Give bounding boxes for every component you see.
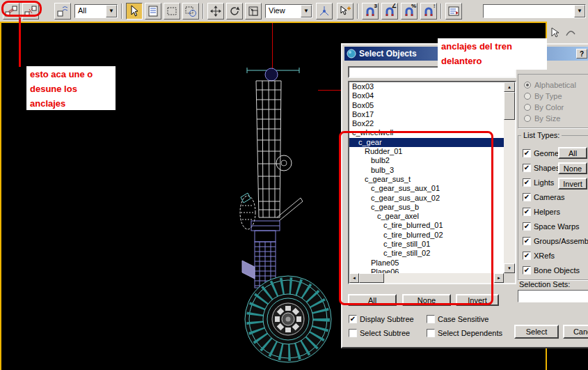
list-type-label: Space Warps [534,222,580,231]
scroll-up-button[interactable]: ▲ [504,82,515,92]
object-list-item[interactable]: bulb_3 [349,166,504,175]
invert-selection-button[interactable]: Invert [456,294,499,306]
sort-option[interactable]: By Color [524,102,588,113]
chevron-down-icon[interactable]: ▼ [574,5,585,17]
select-object-button[interactable] [126,3,143,20]
move-icon [209,5,222,17]
reference-coordinate-dropdown[interactable]: View ▼ [265,4,312,18]
object-list-item[interactable]: c_tire_still_01 [349,240,504,249]
checkbox-icon[interactable]: ✔ [523,222,531,231]
selection-sets-label: Selection Sets: [519,280,570,288]
dialog-checkbox[interactable]: Select Subtree [349,327,427,338]
horizontal-scroll-thumb[interactable] [359,273,384,283]
landing-gear-model [230,61,341,370]
checkbox-icon[interactable]: ✔ [349,315,357,323]
select-and-move-button[interactable] [207,3,224,20]
sort-option[interactable]: By Type [524,91,588,102]
unlink-selection-button[interactable] [22,3,39,20]
percent-snap-button[interactable]: % [401,3,418,20]
scroll-down-button[interactable]: ▼ [504,263,515,273]
object-list-item[interactable]: Plane06 [349,268,504,273]
list-type-option[interactable]: ✔Cameras [523,190,588,204]
select-and-manipulate-button[interactable] [337,3,353,20]
select-all-button[interactable]: All [348,294,397,306]
percent-badge: % [411,3,416,9]
dialog-checkbox[interactable]: ✔Display Subtree [349,314,427,324]
chevron-down-icon[interactable]: ▼ [301,5,312,17]
select-and-rotate-button[interactable] [226,3,243,20]
cancel-button[interactable]: Cancel [563,325,588,339]
checkbox-icon[interactable]: ✔ [523,252,531,260]
list-type-option[interactable]: ✔Space Warps [523,219,588,233]
object-list-item[interactable]: Rudder_01 [349,147,504,156]
app-screen: All ▼ [0,0,588,370]
checkbox-icon[interactable]: ✔ [523,164,531,172]
checkbox-icon[interactable] [427,315,435,323]
checkbox-icon[interactable] [349,329,357,337]
object-list-item[interactable]: c_gear_sus_t [349,175,504,184]
use-pivot-point-center-button[interactable] [316,3,333,20]
reference-coordinate-value: View [266,5,301,17]
selection-sets-dropdown[interactable]: ▼ [518,290,588,302]
select-by-name-button[interactable] [145,3,161,20]
object-list-item[interactable]: c_gear [349,138,504,147]
select-button[interactable]: Select [514,325,559,339]
bind-to-space-warp-button[interactable] [54,3,71,20]
types-all-button[interactable]: All [558,147,587,159]
scroll-right-button[interactable]: ► [494,273,504,283]
sort-option[interactable]: By Size [524,113,588,124]
object-list-item[interactable]: c_gear_sus_aux_01 [349,184,504,193]
chevron-down-icon[interactable]: ▼ [106,5,117,17]
sort-option[interactable]: Alphabetical [524,79,588,91]
list-type-option[interactable]: ✔Helpers [523,204,588,219]
list-type-option[interactable]: ✔Groups/Assemblies [523,233,588,248]
selection-filter-dropdown[interactable]: All ▼ [74,4,118,18]
object-list-item[interactable]: Box22 [349,119,504,128]
select-and-scale-button[interactable] [245,3,262,20]
checkbox-icon[interactable]: ✔ [523,237,531,245]
named-selection-dropdown[interactable]: ▼ [483,4,586,18]
checkbox-icon[interactable]: ✔ [523,208,531,216]
vertical-scroll-thumb[interactable] [504,92,515,120]
window-crossing-toggle-button[interactable] [182,3,199,20]
object-list-item[interactable]: bulb2 [349,156,504,165]
select-and-link-button[interactable] [3,3,19,20]
checkbox-icon[interactable]: ✔ [523,193,531,201]
dialog-help-button[interactable]: ? [576,49,587,59]
object-list-item[interactable]: c_tire_blurred_02 [349,231,504,240]
object-list-item[interactable]: Box04 [349,91,504,100]
object-list-item[interactable]: c_tire_still_02 [349,249,504,258]
object-list-item[interactable]: Box05 [349,101,504,110]
checkbox-icon[interactable]: ✔ [523,266,531,275]
object-list-item[interactable]: c_tire_blurred_01 [349,221,504,230]
types-invert-button[interactable]: Invert [558,178,587,190]
object-list-item[interactable]: c_gear_sus_b [349,203,504,212]
select-none-button[interactable]: None [402,294,451,306]
angle-snap-button[interactable]: ∠ [381,3,398,20]
checkbox-icon[interactable]: ✔ [523,149,531,157]
object-list-item[interactable]: c_gear_axel [349,212,504,221]
object-list-item[interactable]: c_gear_sus_aux_02 [349,194,504,203]
checkbox-icon[interactable] [427,329,435,337]
checkbox-icon[interactable]: ✔ [523,178,531,187]
dialog-checkbox[interactable]: Select Dependents [427,327,502,338]
object-list[interactable]: Box03Box04Box05Box17Box22c_wheelwellc_ge… [349,82,504,273]
scroll-left-button[interactable]: ◄ [349,273,359,283]
list-vertical-scrollbar[interactable]: ▲ ▼ [504,82,515,273]
object-list-item[interactable]: Box03 [349,82,504,91]
spinner-snap-button[interactable]: ↕ [420,3,437,20]
list-type-option[interactable]: ✔Bone Objects [523,263,588,277]
object-list-item[interactable]: c_wheelwell [349,128,504,137]
object-list-item[interactable]: Plane05 [349,259,504,268]
named-selection-sets-button[interactable] [445,3,462,20]
object-list-item[interactable]: Box17 [349,110,504,119]
rectangular-selection-region-button[interactable] [164,3,180,20]
types-none-button[interactable]: None [558,162,587,174]
list-type-option[interactable]: ✔XRefs [523,248,588,263]
selection-sets-value [518,291,588,302]
dialog-checkbox[interactable]: Case Sensitive [427,314,502,324]
horizontal-scroll-track[interactable] [384,273,494,283]
list-horizontal-scrollbar[interactable]: ◄ ► [349,273,504,283]
snaps-toggle-button[interactable]: 3 [362,3,379,20]
list-type-label: Helpers [534,208,560,216]
